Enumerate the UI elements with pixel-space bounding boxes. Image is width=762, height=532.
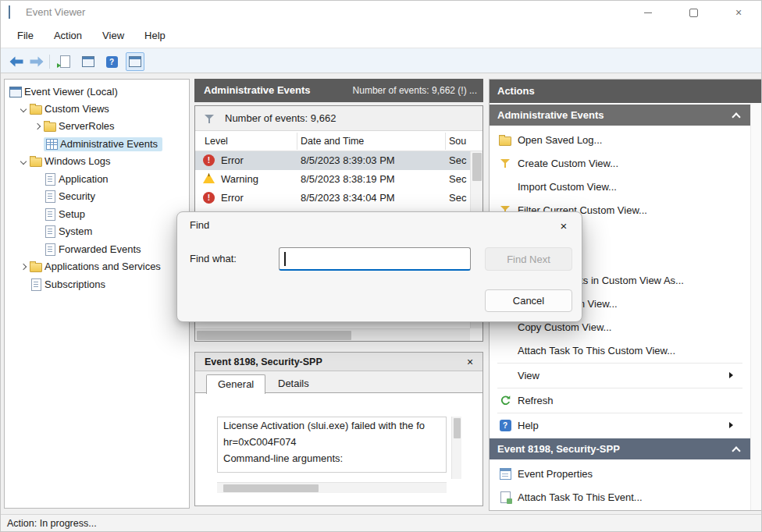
column-header-level[interactable]: Level bbox=[205, 131, 228, 151]
chevron-right-icon[interactable] bbox=[31, 120, 44, 133]
action-import-custom-view[interactable]: Import Custom View... bbox=[490, 175, 750, 198]
export-list-button[interactable] bbox=[55, 52, 74, 71]
action-attach-task-to-event[interactable]: Attach Task To This Event... bbox=[490, 485, 750, 509]
action-label: View bbox=[518, 370, 539, 381]
tree-item-serverroles[interactable]: ServerRoles bbox=[5, 118, 189, 134]
tree-item-application[interactable]: Application bbox=[5, 171, 189, 187]
event-level: Error bbox=[221, 189, 244, 207]
column-header-source[interactable]: Sou bbox=[449, 131, 466, 151]
tree-item-security[interactable]: Security bbox=[5, 188, 189, 204]
filter-bar: Number of events: 9,662 bbox=[195, 106, 482, 131]
open-saved-log-icon bbox=[499, 137, 511, 146]
show-console-tree-button[interactable] bbox=[79, 52, 98, 71]
action-label: Attach Task To This Custom View... bbox=[518, 345, 675, 356]
error-icon bbox=[203, 154, 215, 166]
scrollbar-thumb[interactable] bbox=[197, 331, 351, 340]
table-header-row: Level Date and Time Sou bbox=[195, 131, 482, 151]
close-icon[interactable]: × bbox=[462, 353, 478, 371]
folder-icon bbox=[30, 263, 42, 272]
tree-item-applications-and-services[interactable]: Applications and Services bbox=[5, 258, 189, 275]
tree-item-root[interactable]: Event Viewer (Local) bbox=[5, 83, 189, 100]
maximize-button[interactable] bbox=[671, 1, 716, 24]
event-row[interactable]: Warning 8/5/2023 8:38:19 PM Sec bbox=[195, 170, 470, 189]
details-vertical-scrollbar[interactable] bbox=[451, 417, 461, 479]
console-tree: Event Viewer (Local) Custom Views Server… bbox=[4, 79, 190, 509]
tree-item-setup[interactable]: Setup bbox=[5, 206, 189, 222]
tree-item-subscriptions[interactable]: Subscriptions bbox=[5, 276, 189, 293]
events-pane-title: Administrative Events bbox=[204, 79, 311, 102]
refresh-icon bbox=[500, 395, 511, 406]
filter-funnel-icon bbox=[204, 113, 215, 124]
chevron-down-icon[interactable] bbox=[17, 155, 30, 168]
minimize-button[interactable] bbox=[625, 1, 671, 24]
section-title: Event 8198, Security-SPP bbox=[497, 443, 620, 455]
scrollbar-thumb[interactable] bbox=[454, 418, 461, 438]
tree-item-label: Administrative Events bbox=[60, 138, 158, 150]
tree-item-forwarded-events[interactable]: Forwarded Events bbox=[5, 241, 189, 257]
events-horizontal-scrollbar[interactable] bbox=[195, 328, 470, 341]
log-icon bbox=[45, 208, 55, 221]
collapse-icon[interactable] bbox=[732, 111, 741, 120]
action-refresh[interactable]: Refresh bbox=[490, 388, 750, 412]
actions-scrollbar[interactable] bbox=[750, 103, 762, 510]
close-icon[interactable]: × bbox=[555, 217, 572, 234]
chevron-right-icon[interactable] bbox=[17, 261, 30, 273]
find-input[interactable] bbox=[279, 247, 471, 271]
section-title: Administrative Events bbox=[497, 109, 604, 121]
event-source: Sec bbox=[449, 189, 466, 207]
menu-action[interactable]: Action bbox=[44, 24, 92, 48]
action-attach-task-to-custom-view[interactable]: Attach Task To This Custom View... bbox=[490, 339, 750, 362]
event-level: Warning bbox=[221, 170, 258, 189]
action-open-saved-log[interactable]: Open Saved Log... bbox=[490, 128, 750, 151]
forward-icon bbox=[29, 56, 45, 67]
tree-item-label: Event Viewer (Local) bbox=[24, 86, 118, 98]
details-horizontal-scrollbar[interactable] bbox=[217, 482, 447, 493]
show-action-pane-button[interactable] bbox=[126, 52, 144, 71]
folder-icon bbox=[30, 158, 42, 167]
tree-item-custom-views[interactable]: Custom Views bbox=[5, 101, 189, 117]
event-datetime: 8/5/2023 8:34:04 PM bbox=[301, 189, 395, 207]
submenu-arrow-icon bbox=[729, 372, 733, 378]
column-header-date-and-time[interactable]: Date and Time bbox=[301, 131, 364, 151]
action-view[interactable]: View bbox=[490, 364, 750, 387]
action-label: Import Custom View... bbox=[518, 181, 617, 193]
text-caret bbox=[284, 252, 286, 266]
close-icon: × bbox=[735, 6, 742, 19]
tab-general[interactable]: General bbox=[206, 374, 265, 394]
collapse-icon[interactable] bbox=[732, 445, 741, 454]
back-button[interactable] bbox=[7, 52, 26, 71]
action-help[interactable]: ? Help bbox=[490, 413, 750, 437]
event-row[interactable]: Error 8/5/2023 8:34:04 PM Sec bbox=[195, 189, 470, 207]
menu-file[interactable]: File bbox=[7, 24, 44, 48]
tree-item-system[interactable]: System bbox=[5, 223, 189, 239]
folder-icon bbox=[44, 122, 56, 132]
section-administrative-events[interactable]: Administrative Events bbox=[490, 105, 750, 126]
cancel-button[interactable]: Cancel bbox=[485, 289, 572, 312]
event-row[interactable]: Error 8/5/2023 8:39:03 PM Sec bbox=[195, 151, 470, 170]
menu-view[interactable]: View bbox=[92, 24, 134, 48]
event-viewer-window: Event Viewer × File Action View Help ? E… bbox=[0, 0, 762, 532]
tab-details[interactable]: Details bbox=[267, 374, 320, 393]
tree-item-label: Custom Views bbox=[45, 103, 109, 115]
help-button[interactable]: ? bbox=[102, 52, 121, 71]
close-button[interactable]: × bbox=[716, 1, 761, 24]
warning-icon bbox=[203, 173, 215, 183]
event-description-box[interactable]: License Activation (slui.exe) failed wit… bbox=[217, 417, 447, 473]
forward-button[interactable] bbox=[27, 52, 46, 71]
chevron-down-icon[interactable] bbox=[17, 103, 30, 115]
scrollbar-thumb[interactable] bbox=[472, 153, 482, 181]
scrollbar-thumb[interactable] bbox=[223, 484, 319, 492]
column-divider[interactable] bbox=[445, 133, 446, 150]
error-icon bbox=[203, 192, 215, 204]
find-next-button[interactable]: Find Next bbox=[485, 247, 572, 271]
event-description-line: Command-line arguments: bbox=[218, 450, 446, 466]
section-event-8198[interactable]: Event 8198, Security-SPP bbox=[490, 438, 750, 459]
action-event-properties[interactable]: Event Properties bbox=[490, 462, 750, 485]
tree-item-windows-logs[interactable]: Windows Logs bbox=[5, 153, 189, 169]
tree-item-administrative-events[interactable]: Administrative Events bbox=[5, 136, 189, 152]
menu-help[interactable]: Help bbox=[134, 24, 176, 48]
event-datetime: 8/5/2023 8:39:03 PM bbox=[301, 151, 395, 170]
show-console-tree-icon bbox=[82, 56, 94, 67]
column-divider[interactable] bbox=[297, 133, 297, 150]
action-create-custom-view[interactable]: Create Custom View... bbox=[490, 151, 750, 175]
